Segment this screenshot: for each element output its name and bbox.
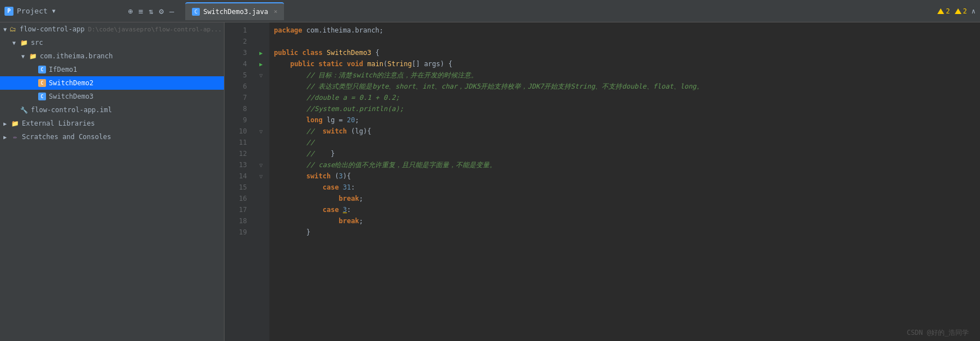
sidebar-item-src[interactable]: ▼📁src [0, 36, 224, 49]
tab-switchdemo3[interactable]: C SwitchDemo3.java × [185, 2, 284, 20]
gutter-item: ▶ [253, 58, 269, 70]
code-area: 12345678910111213141516171819 ▶▶▽▽▽▽ pac… [225, 22, 980, 341]
chevron-icon: ▼ [3, 26, 7, 33]
line-number: 13 [225, 159, 253, 170]
gutter-item [253, 25, 269, 36]
sidebar: ▼🗂flow-control-appD:\code\javasepro\flow… [0, 22, 225, 341]
code-line: case 31: [274, 182, 968, 193]
code-line: public static void main(String[] args) { [274, 58, 968, 70]
sidebar-item-flow-control-app-iml[interactable]: 🔧flow-control-app.iml [0, 103, 224, 117]
run-arrow-icon[interactable]: ▶ [259, 50, 263, 56]
fold-icon[interactable]: ▽ [259, 162, 263, 168]
code-editor[interactable]: 12345678910111213141516171819 ▶▶▽▽▽▽ pac… [225, 22, 980, 341]
gutter-item [253, 92, 269, 103]
chevron-icon: ▶ [3, 134, 9, 140]
warning-badge-2[interactable]: 2 [955, 7, 967, 15]
code-line: break; [274, 193, 968, 204]
tab-java-icon: C [192, 8, 200, 16]
tab-bar: C SwitchDemo3.java × [185, 2, 937, 20]
code-line: // case给出的值不允许重复，且只能是字面量，不能是变量。 [274, 159, 968, 170]
line-number: 19 [225, 227, 253, 238]
folder-icon: 📁 [11, 119, 19, 127]
warn-count-1: 2 [946, 7, 950, 15]
fold-icon[interactable]: ▽ [259, 72, 263, 79]
gutter-item [253, 81, 269, 92]
java-file-icon-running: C [38, 79, 46, 87]
warnings-area: 2 2 ∧ [937, 7, 976, 15]
sidebar-item-external-libraries[interactable]: ▶📁External Libraries [0, 117, 224, 130]
right-gutter [972, 22, 980, 341]
sidebar-item-scratches[interactable]: ▶✏Scratches and Consoles [0, 130, 224, 144]
line-number: 1 [225, 25, 253, 36]
code-line: long lg = 20; [274, 114, 968, 126]
scratches-icon: ✏ [11, 133, 19, 141]
iml-file-icon: 🔧 [20, 106, 28, 114]
line-number: 7 [225, 92, 253, 103]
sidebar-item-SwitchDemo3[interactable]: CSwitchDemo3 [0, 90, 224, 103]
sidebar-item-label: SwitchDemo2 [49, 79, 93, 87]
sidebar-item-label: flow-control-app.iml [31, 106, 112, 114]
gutter-item: ▽ [253, 159, 269, 170]
tab-close-button[interactable]: × [274, 8, 278, 15]
gutter-item: ▶ [253, 47, 269, 58]
fold-icon[interactable]: ▽ [259, 173, 263, 179]
project-dropdown-icon[interactable]: ▼ [52, 8, 56, 14]
gutter-item [253, 103, 269, 114]
minimize-icon[interactable]: — [170, 7, 174, 16]
line-number: 15 [225, 182, 253, 193]
project-label: Project [17, 7, 48, 15]
code-line: switch (3){ [274, 170, 968, 182]
tab-filename: SwitchDemo3.java [203, 8, 268, 16]
sidebar-item-SwitchDemo2[interactable]: CSwitchDemo2 [0, 76, 224, 90]
code-line: // 表达式类型只能是byte、short、int、char，JDK5开始支持枚… [274, 81, 968, 92]
warn-count-2: 2 [963, 7, 967, 15]
line-number: 3 [225, 47, 253, 58]
sidebar-item-IfDemo1[interactable]: CIfDemo1 [0, 63, 224, 76]
code-line: // switch (lg){ [274, 126, 968, 137]
gutter-item [253, 215, 269, 227]
sidebar-item-path: D:\code\javasepro\flow-control-ap... [88, 26, 222, 33]
project-folder-icon: 🗂 [9, 25, 17, 33]
sidebar-item-label: External Libraries [22, 119, 95, 127]
gutter-item [253, 182, 269, 193]
add-file-icon[interactable]: ⊕ [128, 7, 132, 16]
gutter-item [253, 227, 269, 238]
chevron-icon: ▼ [21, 53, 27, 59]
code-line: break; [274, 215, 968, 227]
line-number: 12 [225, 148, 253, 159]
split-icon[interactable]: ⇅ [149, 7, 153, 16]
warning-triangle-icon-2 [955, 8, 961, 14]
gutter-item: ▽ [253, 70, 269, 81]
settings-icon[interactable]: ⚙ [159, 7, 163, 16]
fold-icon[interactable]: ▽ [259, 128, 263, 135]
code-line: public class SwitchDemo3 { [274, 47, 968, 58]
gutter: ▶▶▽▽▽▽ [253, 22, 269, 341]
project-title-area: P Project ▼ [4, 7, 117, 16]
code-line: // [274, 137, 968, 148]
line-number: 8 [225, 103, 253, 114]
structure-icon[interactable]: ≡ [138, 7, 143, 16]
chevron-icon: ▼ [12, 40, 18, 46]
java-file-icon: C [38, 93, 46, 100]
line-number: 14 [225, 170, 253, 182]
expand-icon[interactable]: ∧ [972, 7, 976, 15]
line-number: 9 [225, 114, 253, 126]
sidebar-item-project-root[interactable]: ▼🗂flow-control-appD:\code\javasepro\flow… [0, 22, 224, 36]
gutter-item [253, 114, 269, 126]
run-arrow-icon[interactable]: ▶ [259, 61, 263, 67]
code-lines: package com.itheima.branch;public class … [269, 22, 972, 341]
line-number: 4 [225, 58, 253, 70]
warning-badge-1[interactable]: 2 [937, 7, 950, 15]
warning-triangle-icon [937, 8, 944, 14]
code-line: package com.itheima.branch; [274, 25, 968, 36]
title-bar: P Project ▼ ⊕ ≡ ⇅ ⚙ — C SwitchDemo3.java… [0, 0, 980, 22]
gutter-item [253, 193, 269, 204]
code-line [274, 36, 968, 47]
sidebar-item-label: src [31, 39, 43, 47]
gutter-item [253, 36, 269, 47]
java-file-icon: C [38, 66, 46, 73]
sidebar-item-com-itheima-branch[interactable]: ▼📁com.itheima.branch [0, 49, 224, 63]
project-icon: P [4, 7, 13, 16]
main-content: ▼🗂flow-control-appD:\code\javasepro\flow… [0, 22, 980, 341]
line-number: 6 [225, 81, 253, 92]
